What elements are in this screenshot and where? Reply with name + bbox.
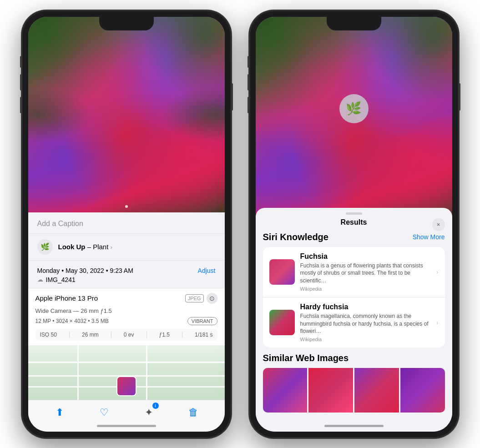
vibrant-badge: VIBRANT	[187, 317, 217, 325]
results-title: Results	[341, 218, 367, 227]
results-panel: Results × Siri Knowledge Show More	[256, 208, 452, 432]
exif-row: ISO 50 26 mm 0 ev ƒ1.5 1/181 s	[35, 329, 217, 341]
home-indicator-right	[324, 425, 384, 427]
photo-date: Monday • May 30, 2022 • 9:23 AM	[37, 267, 133, 274]
fuchsia-name: Fuchsia	[300, 252, 431, 261]
photo-display-right: 🌿	[256, 17, 452, 221]
similar-image-4[interactable]	[400, 368, 445, 413]
results-scroll-area: Siri Knowledge Show More Fuchsia Fuchsia…	[256, 232, 452, 413]
camera-badges: JPEG ⊙	[185, 293, 217, 304]
similar-image-3[interactable]	[354, 368, 399, 413]
phone-screen-left: Add a Caption 🌿 Look Up – Plant › Monday…	[28, 17, 225, 432]
lens-info: Wide Camera — 26 mm ƒ1.5	[35, 307, 217, 314]
favorite-button[interactable]: ♡	[96, 404, 112, 421]
lookup-dash: –	[87, 243, 93, 251]
delete-button[interactable]: 🗑	[185, 404, 202, 421]
lookup-subject: Plant	[93, 243, 108, 251]
jpeg-badge: JPEG	[185, 294, 204, 302]
camera-specs: 12 MP • 3024 × 4032 • 3.5 MB	[35, 318, 109, 324]
hardy-source: Wikipedia	[300, 337, 431, 342]
lookup-row[interactable]: 🌿 Look Up – Plant ›	[28, 234, 225, 261]
siri-visual-search-button[interactable]: 🌿	[339, 94, 369, 123]
map-background	[28, 345, 225, 400]
knowledge-item-fuchsia[interactable]: Fuchsia Fuchsia is a genus of flowering …	[263, 247, 445, 297]
camera-info-area: Apple iPhone 13 Pro JPEG ⊙ Wide Camera —…	[28, 288, 225, 346]
vol-up-button-right	[248, 74, 249, 91]
map-area[interactable]	[28, 345, 225, 400]
caption-placeholder[interactable]: Add a Caption	[37, 220, 83, 227]
leaf-overlay-left	[28, 17, 225, 212]
phone-screen-right: 🌿 Results × Siri Knowledge Show More	[256, 17, 452, 432]
metadata-area: Monday • May 30, 2022 • 9:23 AM Adjust ☁…	[28, 261, 225, 288]
ev-value: 0 ev	[124, 332, 134, 338]
siri-leaf-icon: 🌿	[346, 101, 362, 116]
camera-model-row: Apple iPhone 13 Pro JPEG ⊙	[35, 293, 217, 304]
knowledge-card: Fuchsia Fuchsia is a genus of flowering …	[263, 247, 445, 348]
hardy-desc: Fuchsia magellanica, commonly known as t…	[300, 312, 431, 335]
cloud-icon: ☁	[37, 276, 43, 283]
info-button[interactable]: ✦ i	[141, 404, 157, 421]
shutter-speed: 1/181 s	[195, 332, 212, 338]
exif-divider-3	[147, 332, 147, 338]
similar-image-1[interactable]	[263, 368, 308, 413]
fuchsia-desc: Fuchsia is a genus of flowering plants t…	[300, 262, 431, 285]
similar-image-2[interactable]	[308, 368, 353, 413]
info-area: Add a Caption 🌿 Look Up – Plant › Monday…	[28, 212, 225, 400]
iso-value: ISO 50	[40, 332, 57, 338]
similar-title: Similar Web Images	[263, 353, 445, 363]
date-row: Monday • May 30, 2022 • 9:23 AM Adjust	[37, 267, 216, 274]
lookup-bold: Look Up	[58, 243, 86, 251]
fuchsia-chevron-icon: ›	[436, 268, 439, 276]
fuchsia-thumb-image	[269, 259, 295, 285]
adjust-button[interactable]: Adjust	[198, 267, 216, 274]
camera-model: Apple iPhone 13 Pro	[35, 294, 98, 302]
phone-right: 🌿 Results × Siri Knowledge Show More	[249, 10, 459, 438]
exif-divider-4	[182, 332, 182, 338]
map-photo-thumbnail	[116, 376, 136, 396]
filename: IMG_4241	[46, 276, 76, 283]
vol-down-button	[20, 97, 22, 113]
power-button	[231, 83, 233, 111]
caption-area[interactable]: Add a Caption	[28, 212, 225, 234]
fuchsia-text: Fuchsia Fuchsia is a genus of flowering …	[300, 252, 431, 292]
aperture-icon: ⊙	[207, 293, 217, 304]
lookup-icon-circle: 🌿	[37, 239, 53, 255]
page-dot-left	[125, 205, 128, 208]
map-road-v1	[77, 345, 79, 400]
vol-down-button-right	[248, 97, 249, 113]
vol-up-button	[20, 74, 22, 91]
results-header: Results ×	[256, 215, 452, 232]
aperture-value: ƒ1.5	[159, 332, 170, 338]
hardy-text: Hardy fuchsia Fuchsia magellanica, commo…	[300, 303, 431, 342]
show-more-button[interactable]: Show More	[413, 233, 445, 241]
home-indicator-left	[97, 425, 156, 427]
similar-section: Similar Web Images	[263, 353, 445, 413]
hardy-thumb-image	[269, 310, 295, 335]
thumb-image	[117, 377, 136, 395]
notch-left	[99, 17, 154, 30]
close-button[interactable]: ×	[432, 218, 445, 231]
leaf-icon: 🌿	[40, 242, 50, 251]
file-row: ☁ IMG_4241	[37, 276, 216, 283]
map-road-v2	[146, 345, 147, 400]
trash-icon: 🗑	[188, 407, 198, 418]
info-badge: i	[152, 403, 159, 409]
exif-divider-1	[69, 332, 70, 338]
sparkles-icon: ✦	[145, 407, 153, 418]
share-button[interactable]: ⬆	[51, 404, 68, 421]
notch-right	[327, 17, 381, 30]
photo-display-left	[28, 17, 225, 212]
phone-left: Add a Caption 🌿 Look Up – Plant › Monday…	[22, 10, 231, 438]
focal-length: 26 mm	[82, 332, 99, 338]
silent-button	[20, 56, 22, 68]
lookup-chevron-icon: ›	[111, 244, 112, 251]
map-road-h1	[28, 362, 225, 363]
fuchsia-source: Wikipedia	[300, 286, 431, 292]
knowledge-item-hardy[interactable]: Hardy fuchsia Fuchsia magellanica, commo…	[263, 297, 445, 347]
hardy-thumbnail	[269, 310, 295, 335]
siri-knowledge-title: Siri Knowledge	[263, 232, 328, 242]
lookup-label: Look Up – Plant ›	[58, 243, 112, 251]
silent-button-right	[248, 56, 249, 68]
heart-icon: ♡	[100, 407, 109, 418]
exif-divider-2	[111, 332, 111, 338]
